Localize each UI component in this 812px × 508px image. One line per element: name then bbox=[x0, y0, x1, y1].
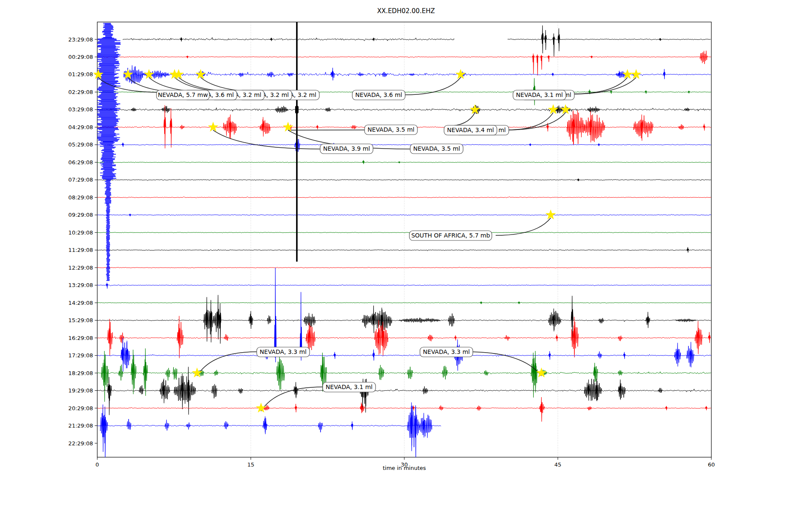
event-label: NEVADA, 3.3 ml bbox=[257, 347, 310, 357]
helicorder-plot: 23:29:0800:29:0801:29:0802:29:0803:29:08… bbox=[0, 0, 812, 508]
svg-text:NEVADA, 3.9 ml: NEVADA, 3.9 ml bbox=[323, 145, 370, 152]
clipped-blue-burst bbox=[96, 23, 121, 281]
event-label: NEVADA, 3.5 ml bbox=[365, 125, 417, 135]
y-tick-label: 07:29:08 bbox=[69, 177, 93, 183]
svg-text:NEVADA, 3.3 ml: NEVADA, 3.3 ml bbox=[260, 348, 307, 355]
event-label: NEVADA, 3.5 ml bbox=[410, 144, 463, 154]
event-star-marker bbox=[631, 69, 642, 79]
event-label: NEVADA, 3.3 ml bbox=[420, 347, 473, 357]
y-tick-label: 11:29:08 bbox=[69, 247, 93, 253]
y-tick-label: 23:29:08 bbox=[69, 36, 93, 43]
y-tick-label: 13:29:08 bbox=[69, 282, 93, 288]
svg-text:NEVADA, 3.3 ml: NEVADA, 3.3 ml bbox=[423, 348, 470, 355]
helicorder-page: XX.EDH02.00.EHZ 23:29:0800:29:0801:29:08… bbox=[0, 0, 812, 508]
event-connector bbox=[572, 77, 628, 94]
svg-text:NEVADA, 3.1 ml: NEVADA, 3.1 ml bbox=[326, 384, 373, 390]
y-tick-label: 05:29:08 bbox=[69, 141, 93, 148]
y-tick-label: 17:29:08 bbox=[69, 352, 93, 359]
y-tick-label: 20:29:08 bbox=[69, 405, 93, 411]
y-tick-label: 12:29:08 bbox=[69, 265, 93, 271]
y-tick-label: 06:29:08 bbox=[69, 159, 93, 166]
y-tick-label: 16:29:08 bbox=[69, 335, 93, 341]
x-axis-label: time in minutes bbox=[97, 465, 711, 471]
svg-text:SOUTH OF AFRICA, 5.7 mb: SOUTH OF AFRICA, 5.7 mb bbox=[411, 232, 490, 239]
event-label: NEVADA, 3.4 ml bbox=[444, 125, 497, 135]
y-tick-label: 03:29:08 bbox=[69, 106, 93, 113]
svg-text:NEVADA, 3.5 ml: NEVADA, 3.5 ml bbox=[368, 126, 414, 133]
svg-text:NEVADA, 3.6 ml: NEVADA, 3.6 ml bbox=[355, 91, 402, 98]
event-star-marker bbox=[548, 104, 559, 114]
y-tick-label: 15:29:08 bbox=[69, 317, 93, 323]
event-label: NEVADA, 3.9 ml bbox=[320, 144, 373, 154]
svg-text:NEVADA, 3.4 ml: NEVADA, 3.4 ml bbox=[447, 127, 494, 133]
y-tick-label: 18:29:08 bbox=[69, 370, 93, 376]
y-tick-label: 21:29:08 bbox=[69, 422, 93, 429]
event-label: NEVADA, 3.1 ml bbox=[513, 90, 566, 100]
y-tick-label: 08:29:08 bbox=[69, 194, 93, 201]
event-label: NEVADA, 3.1 ml bbox=[323, 382, 376, 392]
event-label: NEVADA, 5.7 mw bbox=[156, 90, 209, 100]
y-tick-label: 09:29:08 bbox=[69, 212, 93, 218]
event-connector bbox=[447, 113, 475, 126]
y-tick-label: 04:29:08 bbox=[69, 124, 93, 130]
event-star-marker bbox=[560, 104, 571, 114]
y-tick-label: 02:29:08 bbox=[69, 89, 93, 95]
y-tick-label: 00:29:08 bbox=[69, 54, 93, 60]
y-tick-label: 19:29:08 bbox=[69, 387, 93, 394]
svg-text:NEVADA, 3.5 ml: NEVADA, 3.5 ml bbox=[413, 145, 460, 152]
event-label: NEVADA, 3.6 ml bbox=[352, 90, 405, 100]
svg-text:NEVADA, 5.7 mw: NEVADA, 5.7 mw bbox=[158, 91, 208, 98]
y-tick-label: 22:29:08 bbox=[69, 440, 93, 447]
y-tick-label: 14:29:08 bbox=[69, 300, 93, 306]
clipped-black-event-line bbox=[296, 22, 298, 262]
svg-text:NEVADA, 3.1 ml: NEVADA, 3.1 ml bbox=[516, 91, 563, 98]
y-tick-label: 01:29:08 bbox=[69, 71, 93, 77]
event-connector bbox=[572, 77, 636, 94]
event-label: SOUTH OF AFRICA, 5.7 mb bbox=[409, 231, 492, 240]
y-tick-label: 10:29:08 bbox=[69, 229, 93, 236]
